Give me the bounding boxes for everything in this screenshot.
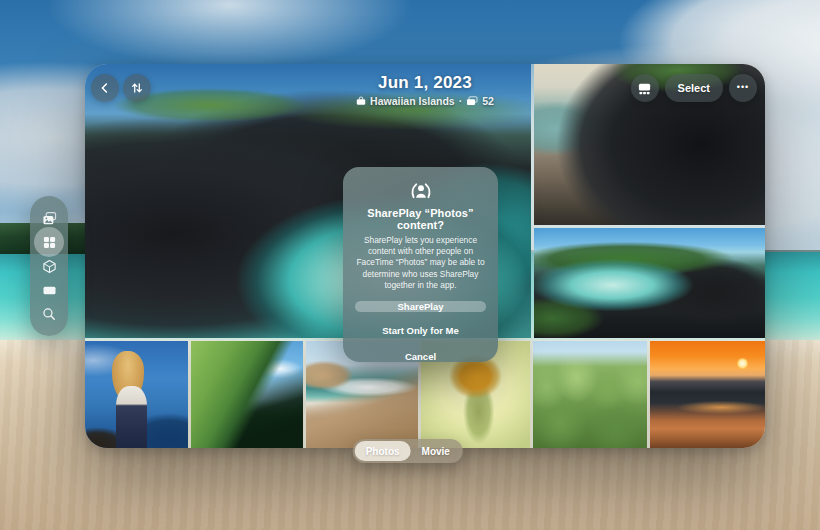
cube-icon — [42, 259, 57, 274]
more-button[interactable]: ••• — [729, 74, 757, 102]
mode-option-movie[interactable]: Movie — [411, 441, 461, 461]
mode-switch: Photos Movie — [353, 439, 463, 463]
header-right-controls: Select ••• — [631, 74, 757, 102]
photo-right-bottom[interactable] — [534, 228, 765, 338]
sort-button[interactable] — [123, 74, 151, 102]
photos-stack-icon — [42, 211, 57, 226]
tab-spatial[interactable] — [38, 255, 60, 277]
dialog-body: SharePlay lets you experience content wi… — [343, 235, 498, 291]
back-button[interactable] — [91, 74, 119, 102]
dialog-title: SharePlay “Photos” content? — [343, 207, 498, 231]
start-only-for-me-button[interactable]: Start Only for Me — [382, 325, 459, 336]
tab-bar — [30, 196, 68, 336]
photo-thumbnail[interactable] — [191, 341, 303, 448]
grid-view-button[interactable] — [631, 74, 659, 102]
photo-thumbnail[interactable] — [85, 341, 188, 448]
up-down-arrows-icon — [130, 81, 144, 95]
suitcase-icon — [356, 96, 366, 106]
subtitle-separator: · — [459, 95, 463, 107]
albums-grid-icon — [43, 236, 56, 249]
cancel-button[interactable]: Cancel — [405, 351, 436, 362]
memory-location: Hawaiian Islands — [370, 95, 455, 107]
shareplay-dialog: SharePlay “Photos” content? SharePlay le… — [343, 167, 498, 362]
tab-albums[interactable] — [38, 231, 60, 253]
mode-option-photos[interactable]: Photos — [355, 441, 411, 461]
memory-photo-count: 52 — [482, 95, 494, 107]
tab-search[interactable] — [38, 303, 60, 325]
search-icon — [42, 307, 56, 321]
shareplay-confirm-button[interactable]: SharePlay — [355, 301, 486, 312]
beach-environment: Jun 1, 2023 Hawaiian Islands · 52 — [0, 0, 820, 530]
tab-photos[interactable] — [38, 207, 60, 229]
chevron-left-icon — [98, 81, 112, 95]
memories-card-icon — [42, 283, 57, 298]
grid-view-icon — [637, 81, 652, 96]
photo-stack-icon — [466, 96, 478, 106]
tab-memories[interactable] — [38, 279, 60, 301]
ellipsis-icon: ••• — [737, 83, 749, 93]
photo-thumbnail[interactable] — [533, 341, 647, 448]
window-header: Jun 1, 2023 Hawaiian Islands · 52 — [85, 64, 765, 128]
photo-thumbnail[interactable] — [650, 341, 765, 448]
select-button[interactable]: Select — [665, 74, 723, 102]
shareplay-icon — [406, 179, 436, 200]
